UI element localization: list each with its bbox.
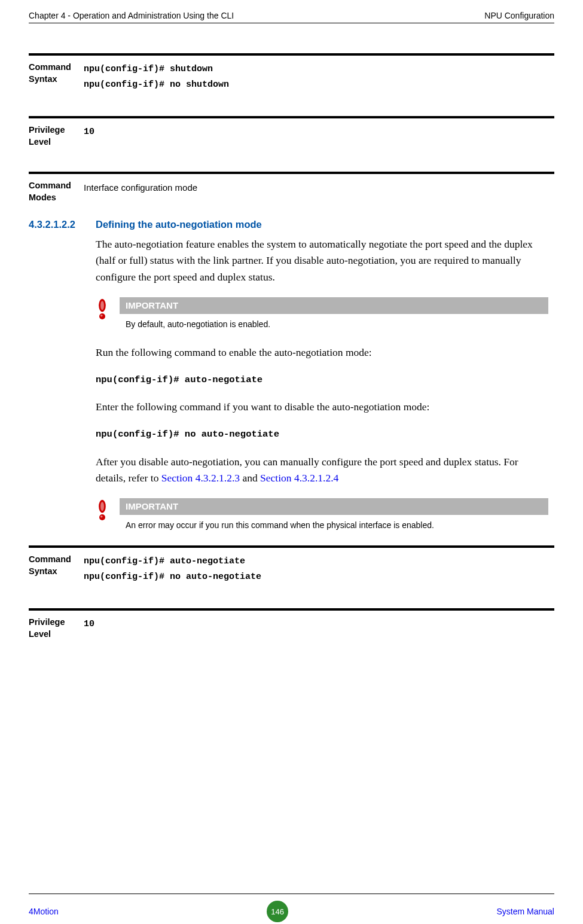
label-line: Level [29, 629, 51, 639]
command-line: npu(config-if)# no auto-negotiate [84, 569, 554, 585]
page-header: Chapter 4 - Operation and Administration… [29, 11, 554, 23]
header-right: NPU Configuration [484, 11, 554, 20]
label-line: Privilege [29, 125, 65, 135]
label-line: Syntax [29, 566, 57, 576]
note-heading: IMPORTANT [120, 297, 548, 314]
command-modes-value: Interface configuration mode [84, 180, 554, 203]
label-line: Command [29, 554, 71, 564]
command-line: npu(config-if)# auto-negotiate [96, 373, 548, 387]
label-line: Level [29, 137, 51, 147]
page-number-badge: 146 [267, 901, 288, 922]
footer-left[interactable]: 4Motion [29, 907, 59, 916]
privilege-level-block: Privilege Level 10 [29, 116, 554, 166]
label-line: Privilege [29, 617, 65, 627]
subsection-heading: 4.3.2.1.2.2 Defining the auto-negotiatio… [29, 219, 554, 230]
svg-point-1 [100, 301, 104, 310]
body-paragraph: Run the following command to enable the … [96, 344, 548, 361]
note-heading: IMPORTANT [120, 498, 548, 515]
important-icon [96, 499, 111, 523]
command-syntax-value: npu(config-if)# auto-negotiate npu(confi… [84, 554, 554, 584]
privilege-level-value: 10 [84, 617, 554, 640]
privilege-level-label: Privilege Level [29, 617, 84, 640]
body-paragraph: After you disable auto-negotiation, you … [96, 454, 548, 486]
note-text: By default, auto-negotiation is enabled. [120, 314, 548, 331]
command-syntax-label: Command Syntax [29, 62, 84, 92]
command-syntax-block: Command Syntax npu(config-if)# auto-nego… [29, 545, 554, 602]
section-title: Defining the auto-negotiation mode [96, 219, 262, 230]
svg-point-5 [100, 502, 104, 511]
important-note: IMPORTANT An error may occur if you run … [96, 498, 548, 532]
privilege-level-label: Privilege Level [29, 124, 84, 148]
body-paragraph: The auto-negotiation feature enables the… [96, 236, 548, 285]
privilege-level-value: 10 [84, 124, 554, 148]
footer-right[interactable]: System Manual [497, 907, 554, 916]
label-line: Command [29, 62, 71, 72]
command-line: npu(config-if)# no shutdown [84, 77, 554, 93]
section-link[interactable]: Section 4.3.2.1.2.4 [260, 472, 338, 484]
command-line: npu(config-if)# auto-negotiate [84, 554, 554, 569]
section-link[interactable]: Section 4.3.2.1.2.3 [161, 472, 240, 484]
command-syntax-label: Command Syntax [29, 554, 84, 584]
label-line: Syntax [29, 74, 57, 84]
privilege-level-block: Privilege Level 10 [29, 608, 554, 658]
important-note: IMPORTANT By default, auto-negotiation i… [96, 297, 548, 331]
page-footer: 4Motion 146 System Manual [29, 893, 554, 924]
note-text: An error may occur if you run this comma… [120, 515, 548, 532]
command-line: npu(config-if)# no auto-negotiate [96, 427, 548, 441]
command-syntax-block: Command Syntax npu(config-if)# shutdown … [29, 53, 554, 110]
command-syntax-value: npu(config-if)# shutdown npu(config-if)#… [84, 62, 554, 92]
section-number: 4.3.2.1.2.2 [29, 219, 96, 230]
label-line: Command [29, 181, 71, 190]
text-span: and [240, 472, 260, 484]
body-paragraph: Enter the following command if you want … [96, 399, 548, 415]
svg-point-7 [100, 516, 103, 518]
svg-point-3 [100, 315, 103, 317]
label-line: Modes [29, 193, 56, 202]
command-modes-block: Command Modes Interface configuration mo… [29, 172, 554, 212]
command-modes-label: Command Modes [29, 180, 84, 203]
command-line: npu(config-if)# shutdown [84, 62, 554, 77]
important-icon [96, 298, 111, 322]
header-left: Chapter 4 - Operation and Administration… [29, 11, 234, 20]
